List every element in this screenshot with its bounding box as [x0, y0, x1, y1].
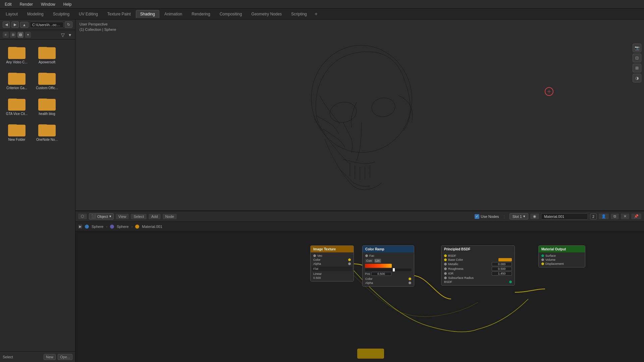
tab-animation[interactable]: Animation [160, 10, 186, 18]
material-users-btn[interactable]: 👤 [599, 214, 609, 219]
use-nodes-checkbox[interactable]: ✓ Use Nodes [475, 214, 499, 219]
shade-gizmo[interactable]: ◑ [633, 74, 641, 82]
node-node-btn[interactable]: Node [163, 214, 177, 219]
node-add-btn[interactable]: Add [149, 214, 161, 219]
node-editor-toolbar: ⬡ ⬛ Object ▾ View Select Add Node ✓ Use … [75, 211, 644, 222]
folder-icon-gta [8, 96, 25, 111]
tab-texture-paint[interactable]: Texture Paint [103, 10, 135, 18]
node-cr-controls: Con Lin Pos 0.500 [364, 258, 413, 277]
node-breadcrumb-toggle[interactable]: ▶ [78, 225, 82, 229]
node-select-btn[interactable]: Select [131, 214, 147, 219]
node-principled-title: Principled BSDF [444, 247, 470, 251]
node-image-texture-body: Vec Color Alpha Flat Linear 0.500 [311, 252, 354, 281]
folder-health-blog[interactable]: health blog [34, 95, 60, 117]
menu-edit[interactable]: Edit [3, 1, 14, 7]
sphere1-icon [85, 225, 89, 229]
tab-add-button[interactable]: + [312, 10, 320, 18]
menu-help[interactable]: Help [61, 1, 74, 7]
folder-label-apowersoft: Apowersoft [39, 60, 55, 64]
menu-render[interactable]: Render [18, 1, 35, 7]
label-metallic: Metallic [448, 262, 459, 266]
open-button[interactable]: Ope... [58, 354, 72, 360]
metallic-input[interactable]: 0.000 [492, 262, 512, 266]
node-cr-color-out: Color [364, 277, 413, 281]
slot-label: Slot 1 [513, 215, 522, 219]
tab-layout[interactable]: Layout [1, 10, 22, 18]
socket-bsdf-in [444, 254, 447, 257]
tab-compositing[interactable]: Compositing [215, 10, 247, 18]
view-list-button[interactable]: ≡ [3, 32, 9, 38]
nav-up-button[interactable]: ▲ [20, 22, 29, 28]
tab-scripting[interactable]: Scripting [287, 10, 311, 18]
menu-window[interactable]: Window [39, 1, 57, 7]
node-material-output[interactable]: Material Output Surface Volume Displacem… [538, 245, 585, 267]
material-pin-btn[interactable]: 📌 [631, 214, 641, 219]
label-cr-alpha: Alpha [365, 281, 407, 285]
socket-alpha-out [348, 262, 351, 265]
tab-geometry-nodes[interactable]: Geometry Nodes [247, 10, 286, 18]
material-sphere-icon[interactable]: ◉ [530, 214, 539, 219]
label-linear: Linear [313, 272, 322, 276]
node-object-icon: ⬛ [91, 214, 96, 219]
cr-constant-btn[interactable]: Con [365, 259, 373, 263]
node-image-placeholder: Flat [312, 266, 352, 271]
refresh-button[interactable]: ↻ [65, 21, 72, 28]
material-close-btn[interactable]: ✕ [621, 214, 629, 219]
node-image-texture-title: Image Texture [313, 247, 336, 251]
viewport-3d[interactable]: User Perspective (1) Collection | Sphere… [75, 20, 644, 211]
slot-arrow: ▾ [523, 214, 525, 219]
breadcrumb-sphere2: Sphere [117, 225, 128, 229]
view-large-thumb-button[interactable]: ⊟ [17, 32, 23, 38]
tab-sculpting[interactable]: Sculpting [49, 10, 74, 18]
view-small-thumb-button[interactable]: ⊞ [10, 32, 16, 38]
tab-rendering[interactable]: Rendering [187, 10, 214, 18]
file-path[interactable]: C:\Users\h...ocuments\ [30, 22, 63, 28]
node-image-texture[interactable]: Image Texture Vec Color Alpha Flat Linea… [310, 245, 354, 282]
folder-apowersoft[interactable]: Apowersoft [34, 43, 60, 65]
viewport-collection-label: (1) Collection | Sphere [79, 27, 116, 32]
node-cr-slider[interactable] [365, 268, 412, 271]
node-color-ramp[interactable]: Color Ramp Fac Con Lin [362, 245, 414, 287]
breadcrumb-sphere1: Sphere [92, 225, 103, 229]
nav-back-button[interactable]: ◀ [3, 21, 10, 28]
tab-shading[interactable]: Shading [136, 10, 159, 18]
ior-input[interactable]: 1.450 [492, 272, 512, 276]
socket-bsdf-out [509, 281, 512, 283]
folder-label-onenote: OneNote No... [36, 138, 58, 141]
new-button[interactable]: New [44, 354, 56, 360]
material-name-field[interactable]: Material.001 [541, 214, 588, 220]
socket-metallic-in [444, 263, 447, 265]
tab-uv-editing[interactable]: UV Editing [74, 10, 102, 18]
view-dropdown-button[interactable]: ▾ [25, 32, 31, 38]
slot-dropdown[interactable]: Slot 1 ▾ [509, 213, 528, 220]
node-view-btn[interactable]: View [116, 214, 129, 219]
node-partial-bottom[interactable] [357, 349, 384, 359]
folder-new-folder[interactable]: New Folder [3, 120, 30, 143]
roughness-input[interactable]: 0.500 [492, 267, 512, 271]
filter-button[interactable]: ▽ [60, 32, 66, 38]
folder-criterion[interactable]: Criterion Ga... [3, 69, 30, 91]
node-canvas[interactable]: Image Texture Vec Color Alpha Flat Linea… [75, 232, 644, 362]
material-copy-btn[interactable]: ⧉ [611, 214, 619, 219]
folder-any-video[interactable]: Any Video C... [3, 43, 30, 65]
nav-forward-button[interactable]: ▶ [11, 21, 19, 28]
filter-dropdown-button[interactable]: ▾ [67, 32, 72, 38]
overlay-gizmo[interactable]: ⊞ [633, 64, 641, 72]
mo-row-surface: Surface [540, 254, 584, 258]
node-editor-icon[interactable]: ⬡ [78, 214, 87, 219]
node-principled-bsdf[interactable]: Principled BSDF BSDF Base Color Metallic [441, 245, 515, 286]
node-material-output-header: Material Output [539, 246, 585, 252]
material-count: 2 [590, 214, 597, 220]
perspective-gizmo[interactable]: ⊡ [633, 54, 641, 62]
camera-view-gizmo[interactable]: 📷 [633, 44, 641, 52]
cr-pos-input[interactable]: 0.500 [371, 272, 391, 276]
folder-custom-office[interactable]: Custom Offic... [34, 69, 60, 91]
socket-color-out [348, 258, 351, 261]
tab-modeling[interactable]: Modeling [23, 10, 48, 18]
folder-onenote[interactable]: OneNote No... [34, 120, 60, 143]
node-object-dropdown[interactable]: ⬛ Object ▾ [89, 213, 114, 220]
cr-linear-btn[interactable]: Lin [374, 259, 381, 263]
pr-row-ior: IOR 1.450 [443, 271, 513, 276]
pr-row-basecolor: Base Color [443, 258, 513, 262]
folder-gta[interactable]: GTA Vice Cit... [3, 95, 30, 117]
